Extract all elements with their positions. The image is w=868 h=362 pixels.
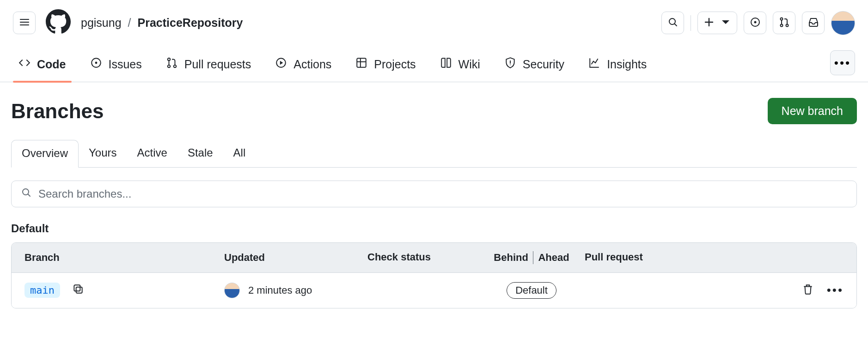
tab-pull-requests[interactable]: Pull requests: [163, 50, 254, 82]
git-pull-request-icon: [166, 57, 178, 72]
hamburger-menu-button[interactable]: [13, 12, 36, 34]
repo-nav: Code Issues Pull requests Actions Projec…: [0, 41, 868, 82]
copy-branch-name-button[interactable]: [72, 283, 84, 297]
tab-overview[interactable]: Overview: [11, 140, 79, 168]
new-branch-button[interactable]: New branch: [768, 98, 857, 124]
app-header: pgisung / PracticeRepository: [0, 0, 868, 41]
tab-all[interactable]: All: [223, 140, 256, 167]
shield-icon: [504, 57, 516, 72]
svg-point-5: [786, 24, 788, 27]
tab-label: Projects: [374, 58, 416, 71]
search-input[interactable]: [38, 187, 847, 200]
pull-requests-button[interactable]: [773, 12, 795, 34]
search-icon: [667, 17, 679, 29]
author-avatar[interactable]: [224, 283, 240, 298]
svg-point-13: [510, 64, 511, 65]
header-actions: [661, 11, 855, 35]
svg-point-9: [168, 65, 170, 67]
main-content: Branches New branch Overview Yours Activ…: [0, 82, 868, 324]
svg-point-2: [754, 21, 756, 24]
tab-label: Wiki: [458, 58, 480, 71]
svg-rect-15: [76, 287, 82, 293]
trash-icon: [802, 288, 814, 297]
svg-point-3: [780, 18, 782, 20]
git-pull-request-icon: [779, 17, 790, 29]
issue-opened-icon: [90, 57, 102, 72]
breadcrumb-owner[interactable]: pgisung: [81, 16, 122, 30]
tab-wiki[interactable]: Wiki: [437, 50, 483, 82]
search-branches[interactable]: [11, 181, 857, 207]
svg-rect-12: [357, 58, 367, 67]
tab-code[interactable]: Code: [16, 50, 69, 82]
issues-button[interactable]: [744, 12, 766, 34]
kebab-icon: •••: [827, 283, 844, 297]
kebab-icon: •••: [834, 57, 851, 69]
copy-icon: [72, 288, 84, 297]
notifications-button[interactable]: [802, 12, 825, 34]
more-tabs-button[interactable]: •••: [830, 50, 855, 75]
branch-tabs: Overview Yours Active Stale All: [11, 140, 857, 168]
tab-active[interactable]: Active: [127, 140, 177, 167]
tab-label: Insights: [607, 58, 647, 71]
page-title: Branches: [11, 100, 768, 123]
svg-point-10: [174, 65, 176, 67]
issue-opened-icon: [750, 17, 761, 29]
user-avatar[interactable]: [831, 11, 855, 35]
default-badge: Default: [507, 282, 556, 299]
chevron-down-icon: [720, 17, 731, 29]
col-check-status: Check status: [367, 251, 478, 264]
search-button[interactable]: [661, 12, 684, 34]
tab-insights[interactable]: Insights: [586, 50, 649, 82]
col-updated: Updated: [224, 251, 367, 264]
graph-icon: [588, 57, 600, 72]
code-icon: [18, 57, 31, 72]
branches-table: Branch Updated Check status Behind Ahead…: [11, 242, 857, 308]
github-logo[interactable]: [46, 9, 71, 36]
updated-time: 2 minutes ago: [248, 284, 312, 296]
col-behind: Behind: [494, 252, 528, 264]
col-pull-request: Pull request: [585, 251, 787, 264]
tab-label: Security: [523, 58, 564, 71]
tab-label: Issues: [109, 58, 142, 71]
table-header: Branch Updated Check status Behind Ahead…: [12, 243, 856, 273]
col-branch: Branch: [12, 251, 224, 264]
tab-label: Code: [37, 58, 66, 71]
breadcrumb: pgisung / PracticeRepository: [81, 16, 243, 30]
breadcrumb-separator: /: [128, 16, 131, 30]
delete-branch-button[interactable]: [802, 283, 814, 297]
branch-name-link[interactable]: main: [24, 283, 60, 298]
tab-actions[interactable]: Actions: [272, 50, 334, 82]
book-icon: [440, 57, 452, 72]
svg-point-8: [168, 58, 170, 60]
menu-icon: [19, 17, 30, 29]
tab-projects[interactable]: Projects: [353, 50, 418, 82]
row-actions-button[interactable]: •••: [827, 284, 844, 296]
create-new-button[interactable]: [697, 12, 737, 34]
divider: [691, 15, 691, 31]
play-icon: [275, 57, 287, 72]
tab-label: Actions: [293, 58, 331, 71]
svg-point-7: [95, 62, 97, 64]
divider: [533, 251, 534, 264]
tab-yours[interactable]: Yours: [79, 140, 127, 167]
search-icon: [21, 187, 32, 200]
tab-label: Pull requests: [184, 58, 251, 71]
table-row: main 2 minutes ago Default: [12, 273, 856, 308]
svg-rect-16: [74, 285, 80, 291]
col-ahead: Ahead: [538, 252, 569, 264]
plus-icon: [703, 17, 715, 29]
default-section-label: Default: [11, 222, 857, 235]
tab-stale[interactable]: Stale: [177, 140, 223, 167]
tab-security[interactable]: Security: [501, 50, 567, 82]
svg-point-4: [780, 24, 782, 27]
tab-issues[interactable]: Issues: [87, 50, 145, 82]
col-behind-ahead: Behind Ahead: [478, 251, 585, 264]
breadcrumb-repo[interactable]: PracticeRepository: [138, 16, 243, 30]
inbox-icon: [808, 17, 819, 29]
table-icon: [355, 57, 367, 72]
